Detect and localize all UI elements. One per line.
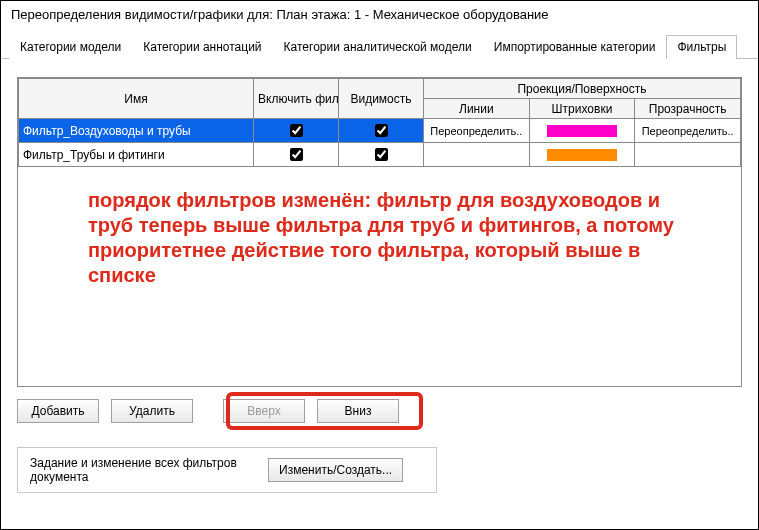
tab-filters[interactable]: Фильтры <box>666 35 737 59</box>
header-projection-surface: Проекция/Поверхность <box>424 79 741 99</box>
header-hatches: Штриховки <box>529 99 635 119</box>
hatch-override-cell[interactable] <box>529 143 635 167</box>
hatch-swatch <box>547 125 617 137</box>
visibility-checkbox[interactable] <box>375 148 388 161</box>
hatch-swatch <box>547 149 617 161</box>
up-button[interactable]: Вверх <box>223 399 305 423</box>
footer-description: Задание и изменение всех фильтров докуме… <box>30 456 250 484</box>
add-button[interactable]: Добавить <box>17 399 99 423</box>
header-enable-filter: Включить фильтр <box>254 79 339 119</box>
transparency-override-cell[interactable] <box>635 143 741 167</box>
edit-create-button[interactable]: Изменить/Создать... <box>268 458 403 482</box>
lines-override-cell[interactable]: Переопределить.. <box>424 119 530 143</box>
hatch-override-cell[interactable] <box>529 119 635 143</box>
filters-grid: Имя Включить фильтр Видимость Проекция/П… <box>17 77 742 387</box>
window-title: Переопределения видимости/графики для: П… <box>1 1 758 28</box>
filter-name-cell[interactable]: Фильтр_Воздуховоды и трубы <box>19 119 254 143</box>
filters-table: Имя Включить фильтр Видимость Проекция/П… <box>18 78 741 167</box>
header-transparency: Прозрачность <box>635 99 741 119</box>
visibility-cell[interactable] <box>339 143 424 167</box>
header-name: Имя <box>19 79 254 119</box>
filter-buttons-row: Добавить Удалить Вверх Вниз <box>17 399 742 423</box>
enable-filter-cell[interactable] <box>254 119 339 143</box>
filter-name-cell[interactable]: Фильтр_Трубы и фитинги <box>19 143 254 167</box>
header-visibility: Видимость <box>339 79 424 119</box>
red-annotation-text: порядок фильтров изменён: фильтр для воз… <box>88 188 701 288</box>
visibility-checkbox[interactable] <box>375 124 388 137</box>
enable-filter-checkbox[interactable] <box>290 148 303 161</box>
table-row[interactable]: Фильтр_Воздуховоды и трубы Переопределит… <box>19 119 741 143</box>
tab-bar: Категории модели Категории аннотаций Кат… <box>1 28 758 59</box>
tab-content: Имя Включить фильтр Видимость Проекция/П… <box>1 59 758 503</box>
tab-annotation-categories[interactable]: Категории аннотаций <box>132 35 272 59</box>
footer-panel: Задание и изменение всех фильтров докуме… <box>17 447 437 493</box>
visibility-cell[interactable] <box>339 119 424 143</box>
lines-override-cell[interactable] <box>424 143 530 167</box>
transparency-override-cell[interactable]: Переопределить.. <box>635 119 741 143</box>
remove-button[interactable]: Удалить <box>111 399 193 423</box>
header-lines: Линии <box>424 99 530 119</box>
down-button[interactable]: Вниз <box>317 399 399 423</box>
table-row[interactable]: Фильтр_Трубы и фитинги <box>19 143 741 167</box>
enable-filter-cell[interactable] <box>254 143 339 167</box>
tab-imported-categories[interactable]: Импортированные категории <box>483 35 667 59</box>
enable-filter-checkbox[interactable] <box>290 124 303 137</box>
tab-model-categories[interactable]: Категории модели <box>9 35 132 59</box>
tab-analytical-categories[interactable]: Категории аналитической модели <box>273 35 483 59</box>
